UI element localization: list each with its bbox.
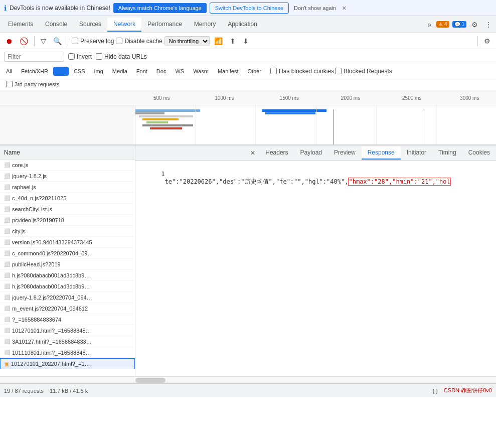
content-area: Name ⬜core.js ⬜jquery-1.8.2.js ⬜raphael.… [0,145,496,376]
export-button[interactable]: ⬇ [240,36,251,47]
detail-tab-payload[interactable]: Payload [294,146,328,160]
filter-input[interactable] [4,52,64,62]
blocked-requests-label[interactable]: Blocked Requests [335,68,392,75]
search-button[interactable]: 🔍 [51,36,64,47]
blocked-requests-checkbox[interactable] [335,68,342,74]
hide-data-urls-checkbox[interactable] [96,53,102,60]
invert-checkbox[interactable] [68,53,75,60]
file-item-14[interactable]: ⬜?_=1658884833674 [0,314,135,325]
file-icon-0: ⬜ [4,162,10,168]
disable-cache-label[interactable]: Disable cache [116,38,162,45]
more-tabs-button[interactable]: » [426,19,434,31]
file-item-8[interactable]: ⬜c_common40.js?20220704_09… [0,248,135,259]
file-item-5[interactable]: ⬜pcvideo.js?20190718 [0,215,135,226]
tab-elements[interactable]: Elements [2,18,39,32]
dont-show-label[interactable]: Don't show again [294,5,336,11]
tab-network[interactable]: Network [107,18,141,32]
type-img[interactable]: Img [90,67,107,75]
import-button[interactable]: ⬆ [227,36,238,47]
tl-bar-2 [135,112,164,114]
detail-tab-initiator[interactable]: Initiator [401,146,432,160]
file-item-0[interactable]: ⬜core.js [0,160,135,171]
file-item-10[interactable]: ⬜h.js?080dabacb001ad3dc8b9… [0,270,135,281]
file-item-7[interactable]: ⬜version.js?0.9401433294373445 [0,237,135,248]
timeline-3000ms: 3000 ms [460,95,479,101]
type-all[interactable]: All [2,67,16,75]
throttle-select[interactable]: No throttling [164,36,210,46]
timeline-area[interactable] [0,105,496,145]
third-party-label[interactable]: 3rd-party requests [2,80,63,88]
detail-tab-preview[interactable]: Preview [328,146,362,160]
file-item-9[interactable]: ⬜publicHead.js?2019 [0,259,135,270]
tab-sources[interactable]: Sources [73,18,107,32]
clear-button[interactable]: 🚫 [17,36,31,47]
type-js[interactable]: JS [53,67,69,76]
has-blocked-checkbox[interactable] [270,68,277,74]
main-tabs: Elements Console Sources Network Perform… [0,16,496,33]
filter-button[interactable]: ▽ [38,36,49,47]
file-icon-9: ⬜ [4,261,10,267]
file-item-6[interactable]: ⬜city.js [0,226,135,237]
file-name-3: c_40d_n.js?20211025 [12,195,131,201]
file-item-15[interactable]: ⬜101270101.html?_=16588848… [0,325,135,336]
file-item-3[interactable]: ⬜c_40d_n.js?20211025 [0,193,135,204]
file-item-1[interactable]: ⬜jquery-1.8.2.js [0,171,135,182]
horizontal-scrollbar[interactable] [135,378,166,383]
info-text: DevTools is now available in Chinese! [10,5,110,12]
braces-icon[interactable]: { } [432,388,437,394]
timeline-1000ms: 1000 ms [215,95,234,101]
file-name-9: publicHead.js?2019 [12,261,131,267]
detail-tab-response[interactable]: Response [362,146,401,160]
third-party-checkbox[interactable] [6,81,13,87]
devtools-settings-button[interactable]: ⚙ [481,36,493,47]
preserve-log-text: Preserve log [80,38,114,45]
detail-tab-timing[interactable]: Timing [432,146,462,160]
file-name-14: ?_=1658884833674 [12,317,131,323]
file-item-18[interactable]: ▣101270101_202207.html?_=1… [0,358,135,369]
timeline-1500ms: 1500 ms [280,95,299,101]
tab-console[interactable]: Console [39,18,73,32]
settings-tab-button[interactable]: ⚙ [469,19,480,31]
detail-tab-headers[interactable]: Headers [259,146,294,160]
preserve-log-checkbox[interactable] [72,38,78,44]
warning-badge: ⚠ 4 [436,21,449,28]
type-css[interactable]: CSS [70,67,89,75]
file-item-16[interactable]: ⬜3A10127.html?_=1658884833… [0,336,135,347]
file-item-11[interactable]: ⬜h.js?080dabacb001ad3dc8b9… [0,281,135,292]
disable-cache-text: Disable cache [124,38,162,45]
hide-data-urls-label[interactable]: Hide data URLs [96,53,147,60]
tab-memory[interactable]: Memory [188,18,222,32]
type-doc[interactable]: Doc [152,67,171,75]
wifi-icon-button[interactable]: 📶 [212,36,225,47]
scrollbar-area[interactable] [0,376,496,383]
file-item-2[interactable]: ⬜raphael.js [0,182,135,193]
detail-tab-cookies[interactable]: Cookies [462,146,496,160]
file-item-17[interactable]: ⬜101110801.html?_=16588848… [0,347,135,358]
info-close-button[interactable]: × [342,4,346,12]
type-manifest[interactable]: Manifest [214,67,243,75]
file-item-13[interactable]: ⬜m_event.js?20220704_094612 [0,303,135,314]
tab-performance[interactable]: Performance [141,18,188,32]
type-other[interactable]: Other [243,67,265,75]
type-fetch-xhr[interactable]: Fetch/XHR [17,67,52,75]
file-name-4: searchCityList.js [12,206,131,212]
type-wasm[interactable]: Wasm [189,67,213,75]
file-item-4[interactable]: ⬜searchCityList.js [0,204,135,215]
file-name-18: 101270101_202207.html?_=1… [11,361,130,367]
always-match-button[interactable]: Always match Chrome's language [113,3,207,13]
disable-cache-checkbox[interactable] [116,38,122,44]
has-blocked-label[interactable]: Has blocked cookies [270,68,334,75]
record-button[interactable]: ⏺ [3,36,15,47]
invert-label[interactable]: Invert [68,53,92,60]
type-font[interactable]: Font [132,67,151,75]
detail-close-button[interactable]: ✕ [246,147,259,159]
invert-text: Invert [77,53,92,60]
file-item-12[interactable]: ⬜jquery-1.8.2.js?20220704_094… [0,292,135,303]
tab-application[interactable]: Application [222,18,263,32]
type-media[interactable]: Media [108,67,131,75]
switch-devtools-button[interactable]: Switch DevTools to Chinese [210,3,289,14]
preserve-log-label[interactable]: Preserve log [72,38,114,45]
has-blocked-text: Has blocked cookies [279,68,334,75]
type-ws[interactable]: WS [171,67,188,75]
more-options-button[interactable]: ⋮ [483,19,494,31]
